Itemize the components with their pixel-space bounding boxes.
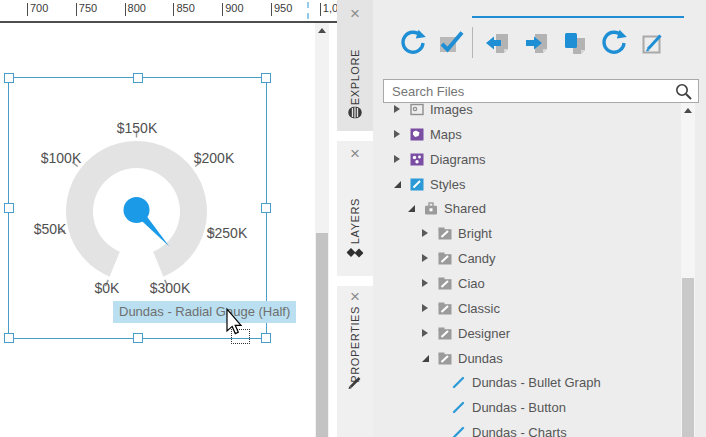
expand-arrow-collapsed-icon[interactable] [422, 279, 428, 287]
diagrams-icon [410, 152, 424, 165]
expand-arrow-collapsed-icon[interactable] [422, 229, 428, 237]
selection-handle-w[interactable] [4, 203, 14, 213]
selection-handle-e[interactable] [261, 203, 271, 213]
tree-item-label: Dundas [458, 351, 503, 366]
pencil-blue-icon [452, 400, 466, 413]
maps-icon [410, 127, 424, 140]
tree-item-designer[interactable]: Designer [373, 322, 680, 346]
properties-tab-icon [348, 375, 363, 394]
tree-item-maps[interactable]: Maps [373, 123, 680, 147]
style-gray-icon [438, 301, 452, 314]
tree-item-label: Shared [444, 201, 486, 216]
panel-tabstrip: × EXPLORE × LAYERS × [337, 0, 373, 437]
tree-item-diagrams[interactable]: Diagrams [373, 148, 680, 172]
canvas-vertical-scrollbar[interactable] [315, 23, 329, 437]
selection-handle-n[interactable] [133, 73, 143, 83]
toolbar-group-indicator [472, 16, 684, 18]
selection-handle-nw[interactable] [4, 73, 14, 83]
shared-icon [424, 201, 438, 214]
tree-item-label: Bright [458, 226, 492, 241]
selection-rectangle[interactable] [8, 77, 267, 339]
expand-arrow-expanded-icon[interactable] [408, 205, 415, 212]
search-box [383, 79, 699, 103]
tree-item-styles[interactable]: Styles [373, 173, 680, 197]
expand-arrow-collapsed-icon[interactable] [394, 155, 400, 163]
tree-item-dundas-bullet-graph[interactable]: Dundas - Bullet Graph [373, 371, 680, 395]
copy-pages-button[interactable] [561, 29, 589, 57]
tree-item-dundas-button[interactable]: Dundas - Button [373, 396, 680, 420]
expand-arrow-expanded-icon[interactable] [394, 181, 401, 188]
mouse-cursor [220, 306, 250, 340]
style-gray-icon [438, 351, 452, 364]
tree-item-dundas-charts[interactable]: Dundas - Charts [373, 421, 680, 437]
explore-panel: Images Maps Diagrams Styles Shared [373, 0, 706, 437]
scroll-up-icon[interactable] [684, 108, 692, 113]
canvas-scrollbar-thumb[interactable] [316, 233, 328, 437]
edit-button[interactable] [639, 29, 667, 57]
tree-item-ciao[interactable]: Ciao [373, 272, 680, 296]
explore-tab-icon [348, 105, 363, 123]
selection-handle-s[interactable] [133, 333, 143, 343]
expand-arrow-expanded-icon[interactable] [422, 355, 429, 362]
toolbar-separator [472, 27, 473, 58]
style-gray-icon [438, 226, 452, 239]
tab-properties-label: PROPERTIES [349, 306, 361, 383]
tree-item-bright[interactable]: Bright [373, 222, 680, 246]
refresh-secondary-button[interactable] [600, 29, 628, 57]
tree-item-label: Maps [430, 127, 462, 142]
tree-item-images[interactable]: Images [373, 103, 680, 122]
close-icon[interactable]: × [350, 147, 360, 161]
file-tree: Images Maps Diagrams Styles Shared [373, 103, 680, 437]
layers-tab-icon [347, 245, 364, 263]
tree-item-label: Dundas - Bullet Graph [472, 375, 601, 390]
tree-item-label: Classic [458, 301, 500, 316]
tree-item-classic[interactable]: Classic [373, 297, 680, 321]
expand-arrow-collapsed-icon[interactable] [422, 304, 428, 312]
tree-item-candy[interactable]: Candy [373, 247, 680, 271]
tab-layers-label: LAYERS [349, 198, 361, 244]
tree-item-label: Designer [458, 326, 510, 341]
refresh-button[interactable] [399, 29, 427, 57]
tree-item-label: Styles [430, 177, 465, 192]
tree-item-label: Ciao [458, 276, 485, 291]
selection-handle-ne[interactable] [261, 73, 271, 83]
selection-handle-se[interactable] [261, 333, 271, 343]
tab-explore-label: EXPLORE [349, 49, 361, 105]
drag-tooltip: Dundas - Radial Gauge (Half) [113, 301, 296, 323]
style-gray-icon [438, 251, 452, 264]
tree-item-dundas[interactable]: Dundas [373, 347, 680, 371]
style-gray-icon [438, 276, 452, 289]
tree-item-label: Candy [458, 251, 496, 266]
pencil-blue-icon [452, 375, 466, 388]
close-icon[interactable]: × [350, 290, 360, 304]
check-out-button[interactable] [523, 29, 551, 57]
tab-explore[interactable]: × EXPLORE [337, 0, 373, 131]
check-in-button[interactable] [485, 29, 513, 57]
images-icon [410, 103, 424, 115]
tab-properties[interactable]: × PROPERTIES [337, 286, 373, 437]
tree-vertical-scrollbar[interactable] [681, 103, 695, 437]
expand-arrow-collapsed-icon[interactable] [394, 130, 400, 138]
tree-item-label: Dundas - Charts [472, 425, 567, 437]
tree-item-shared[interactable]: Shared [373, 197, 680, 221]
tree-item-label: Diagrams [430, 152, 486, 167]
tree-scrollbar-thumb[interactable] [682, 278, 694, 437]
app-window: 7007508008509009501,000 $0K$50K$100K$150… [0, 0, 706, 437]
search-input[interactable] [384, 80, 676, 102]
close-icon[interactable]: × [350, 7, 360, 21]
selection-handle-sw[interactable] [4, 333, 14, 343]
design-canvas[interactable]: 7007508008509009501,000 $0K$50K$100K$150… [0, 0, 337, 437]
expand-arrow-collapsed-icon[interactable] [394, 105, 400, 113]
tree-item-label: Images [430, 103, 473, 117]
tab-layers[interactable]: × LAYERS [337, 141, 373, 276]
style-gray-icon [438, 326, 452, 339]
styles-blue-icon [410, 177, 424, 190]
expand-arrow-collapsed-icon[interactable] [422, 254, 428, 262]
tree-item-label: Dundas - Button [472, 400, 566, 415]
select-check-button[interactable] [437, 29, 465, 57]
search-icon [675, 83, 692, 104]
expand-arrow-collapsed-icon[interactable] [422, 329, 428, 337]
pencil-blue-icon [452, 425, 466, 437]
scroll-up-icon[interactable] [318, 28, 326, 33]
